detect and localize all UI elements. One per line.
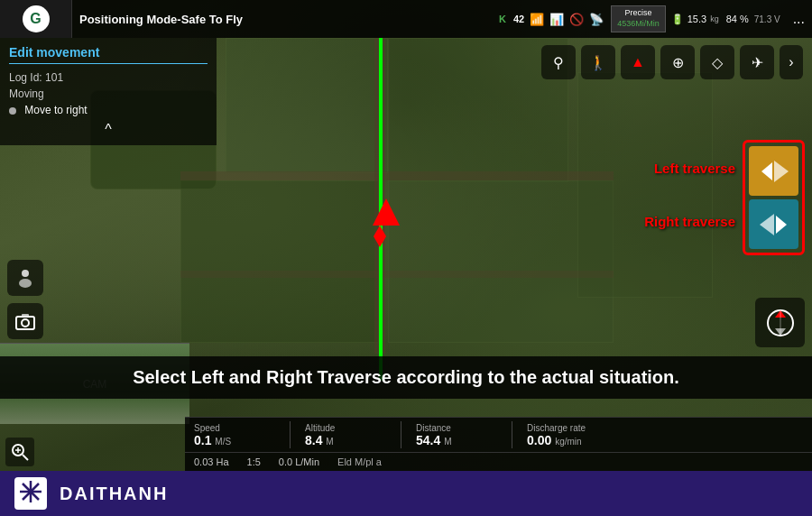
move-to-right-item: Move to right: [9, 102, 208, 118]
gesture-icon: [14, 266, 37, 290]
precise-label: Precise: [617, 8, 660, 19]
right-traverse-row: Right traverse: [749, 199, 798, 249]
weight-value: 15.3: [687, 14, 706, 24]
zoom-in-icon-btn[interactable]: ⊕: [660, 45, 695, 79]
svg-marker-0: [761, 162, 772, 180]
survey-icon-btn[interactable]: ⚲: [541, 45, 576, 79]
signal-num: 42: [513, 14, 524, 24]
weight-unit: kg: [710, 14, 719, 23]
magnify-icon: [10, 442, 30, 462]
snowflake-icon: [18, 479, 43, 504]
footer-logo: [14, 477, 47, 510]
discharge-value: 0.00 kg/min: [527, 433, 582, 447]
battery-area: 🔋 15.3 kg 84 % 71.3 V: [666, 14, 786, 25]
battery-pct: 84 %: [726, 14, 749, 24]
left-traverse-button[interactable]: [749, 146, 798, 196]
svg-point-9: [19, 279, 32, 288]
left-traverse-icon: [756, 153, 792, 189]
left-side-icons: [0, 253, 51, 346]
stat-divider-2: [401, 421, 401, 448]
zoom-icon-btn[interactable]: [5, 438, 34, 466]
stat-divider-3: [512, 421, 512, 448]
mode-text: Positioning Mode-Safe To Fly: [72, 13, 492, 26]
panel-title: Edit movement: [9, 45, 208, 64]
signal-bars-icon: 📊: [549, 13, 564, 26]
altitude-value: 8.4 M: [305, 433, 334, 447]
right-traverse-label: Right traverse: [644, 214, 735, 229]
left-traverse-row: Left traverse: [749, 146, 798, 196]
top-bar: G Positioning Mode-Safe To Fly K 42 📶 📊 …: [0, 0, 812, 38]
distance-value: 54.4 M: [416, 433, 451, 447]
precise-box: Precise 4536Mi/Min: [611, 5, 666, 32]
footer-logo-symbol: [18, 479, 43, 509]
caption-text: Select Left and Right Traverse according…: [133, 367, 679, 387]
speed-value: 0.1 M/S: [194, 433, 231, 447]
svg-rect-12: [22, 314, 29, 318]
footer-bar: DAITHANH: [0, 471, 812, 516]
eld-value: Eld M/pl a: [337, 456, 382, 467]
left-traverse-label: Left traverse: [654, 161, 735, 176]
distance-stat: Distance 54.4 M: [416, 423, 497, 447]
signal-icon2: 📡: [589, 13, 604, 26]
voltage: 71.3 V: [754, 14, 780, 24]
signal-area: K 42 📶 📊 🚫 📡: [492, 13, 611, 26]
top-toolbar: ⚲ 🚶 ▲ ⊕ ◇ ✈ ›: [541, 45, 803, 79]
navigate-icon-btn[interactable]: ▲: [621, 45, 655, 79]
svg-point-21: [28, 489, 33, 494]
svg-marker-2: [776, 216, 787, 234]
mute-icon: 🚫: [569, 13, 584, 26]
ratio-value: 1:5: [247, 456, 261, 467]
fly-icon-btn[interactable]: ✈: [740, 45, 774, 79]
altitude-stat: Altitude 8.4 M: [305, 423, 386, 447]
person-icon-btn[interactable]: 🚶: [581, 45, 615, 79]
rotate-icon: [762, 305, 798, 341]
log-id: Log Id: 101: [9, 69, 208, 86]
distance-label: Distance: [416, 423, 451, 433]
stats-row-2: 0.03 Ha 1:5 0.0 L/Min Eld M/pl a: [185, 452, 812, 471]
area-value: 0.03 Ha: [194, 456, 229, 467]
collapse-button[interactable]: ^: [9, 122, 208, 138]
discharge-label: Discharge rate: [527, 423, 586, 433]
logo-icon: G: [23, 5, 50, 32]
rotate-button[interactable]: [755, 298, 805, 347]
svg-marker-1: [774, 161, 789, 182]
footer-brand-name: DAITHANH: [60, 484, 168, 504]
svg-line-14: [23, 455, 28, 460]
caption-overlay: Select Left and Right Traverse according…: [0, 356, 812, 399]
more-menu-button[interactable]: ...: [786, 11, 812, 27]
signal-k: K: [499, 14, 506, 24]
flow-value: 0.0 L/Min: [279, 456, 319, 467]
speed-label: Speed: [194, 423, 220, 433]
right-traverse-icon: [756, 207, 792, 243]
camera-icon-btn[interactable]: [7, 303, 43, 339]
erase-icon-btn[interactable]: ◇: [700, 45, 734, 79]
moving-item: Moving: [9, 86, 208, 102]
altitude-label: Altitude: [305, 423, 335, 433]
discharge-stat: Discharge rate 0.00 kg/min: [527, 423, 608, 447]
svg-point-11: [22, 319, 29, 327]
svg-point-8: [22, 270, 29, 277]
stat-divider-1: [290, 421, 291, 448]
chevron-right-btn[interactable]: ›: [780, 45, 803, 79]
move-to-right-label: Move to right: [24, 104, 87, 116]
logo-area: G: [0, 0, 72, 38]
camera-icon: [14, 309, 37, 333]
speed-stat: Speed 0.1 M/S: [194, 423, 275, 447]
svg-marker-3: [760, 214, 774, 235]
right-traverse-button[interactable]: [749, 199, 798, 249]
gesture-icon-btn[interactable]: [7, 260, 43, 296]
drone-marker: [373, 198, 400, 226]
stats-container: Speed 0.1 M/S Altitude 8.4 M Distance 54…: [185, 417, 812, 471]
left-panel: Edit movement Log Id: 101 Moving Move to…: [0, 38, 217, 145]
wifi-icon: 📶: [530, 13, 544, 26]
precise-value: 4536Mi/Min: [617, 19, 660, 30]
battery-icon: 🔋: [671, 14, 684, 25]
stats-row-1: Speed 0.1 M/S Altitude 8.4 M Distance 54…: [185, 417, 812, 452]
traverse-box: Left traverse Right traverse: [743, 140, 805, 255]
